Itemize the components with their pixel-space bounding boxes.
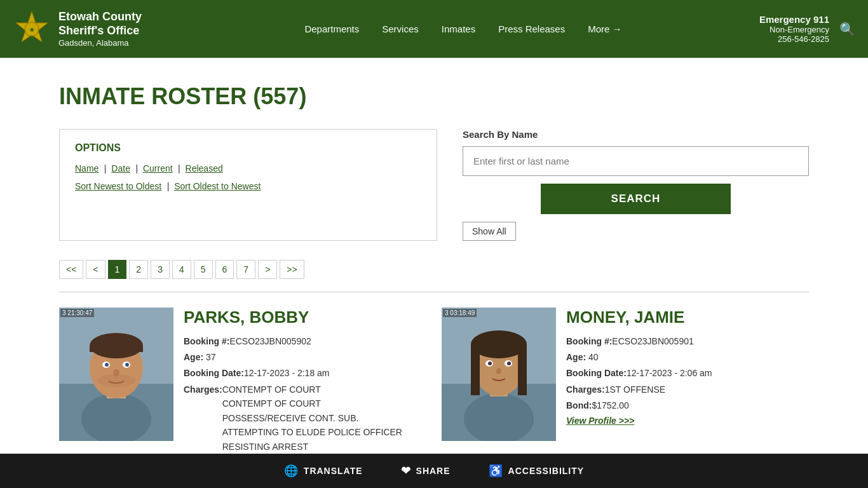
page-first[interactable]: << — [59, 260, 83, 279]
page-5[interactable]: 5 — [194, 260, 213, 279]
charges-list: CONTEMPT OF COURT CONTEMPT OF COURT POSS… — [222, 383, 402, 454]
pagination: << < 1 2 3 4 5 6 7 > >> — [59, 260, 809, 279]
emergency-info: Emergency 911 Non-Emergency 256-546-2825 — [759, 14, 829, 44]
svg-point-29 — [507, 362, 511, 365]
options-title: OPTIONS — [75, 142, 421, 154]
inmate-charges: Charges: 1ST OFFENSE — [566, 383, 809, 396]
nav-press-releases[interactable]: Press Releases — [487, 4, 576, 53]
header-logo: ★ Etowah County Sheriff's Office Gadsden… — [13, 10, 142, 48]
mugshot-svg-male — [59, 308, 173, 441]
footer-share[interactable]: ❤ SHARE — [401, 464, 451, 478]
emergency-label: Emergency 911 — [759, 14, 829, 25]
accessibility-icon: ♿ — [489, 464, 503, 478]
footer-translate[interactable]: 🌐 TRANSLATE — [284, 464, 363, 478]
inmate-photo: 3 21:30:47 — [59, 308, 173, 441]
charges-list: 1ST OFFENSE — [605, 383, 665, 396]
site-header: ★ Etowah County Sheriff's Office Gadsden… — [0, 0, 868, 58]
nav-departments[interactable]: Departments — [293, 4, 370, 53]
inmate-charges: Charges: CONTEMPT OF COURT CONTEMPT OF C… — [184, 383, 426, 454]
org-line2: Sheriff's Office — [58, 24, 142, 38]
search-input[interactable] — [463, 146, 809, 176]
inmate-booking-date: Booking Date:12-17-2023 - 2:18 am — [184, 367, 426, 380]
sort-oldest[interactable]: Sort Oldest to Newest — [174, 181, 261, 191]
inmate-info: MONEY, JAMIE Booking #:ECSO23JBN005901 A… — [566, 308, 809, 426]
inmate-booking-num: Booking #:ECSO23JBN005902 — [184, 335, 426, 348]
photo-timestamp: 3 03:18:49 — [443, 309, 477, 317]
photo-timestamp: 3 21:30:47 — [60, 309, 94, 317]
options-box: OPTIONS Name | Date | Current | Released… — [59, 129, 437, 241]
inmate-card: 3 21:30:47 — [59, 308, 426, 456]
globe-icon: 🌐 — [284, 464, 299, 478]
inmate-name: PARKS, BOBBY — [184, 308, 426, 327]
svg-text:★: ★ — [29, 27, 35, 33]
page-7[interactable]: 7 — [236, 260, 255, 279]
inmate-age: Age: 37 — [184, 351, 426, 364]
options-links: Name | Date | Current | Released — [75, 163, 421, 174]
option-link-released[interactable]: Released — [186, 163, 223, 173]
sheriff-badge-icon: ★ — [13, 10, 51, 48]
main-content: INMATE ROSTER (557) OPTIONS Name | Date … — [21, 58, 847, 482]
share-icon: ❤ — [401, 464, 411, 478]
main-nav: Departments Services Inmates Press Relea… — [167, 4, 759, 53]
org-name: Etowah County Sheriff's Office Gadsden, … — [58, 10, 142, 47]
search-label: Search By Name — [463, 129, 809, 140]
option-link-date[interactable]: Date — [111, 163, 130, 173]
footer-accessibility[interactable]: ♿ ACCESSIBILITY — [489, 464, 585, 478]
svg-point-28 — [488, 362, 492, 365]
page-1[interactable]: 1 — [108, 260, 127, 279]
inmate-info: PARKS, BOBBY Booking #:ECSO23JBN005902 A… — [184, 308, 426, 456]
option-link-current[interactable]: Current — [143, 163, 173, 173]
header-right: Emergency 911 Non-Emergency 256-546-2825… — [759, 14, 855, 44]
nav-inmates[interactable]: Inmates — [430, 4, 487, 53]
nav-more[interactable]: More → — [576, 4, 633, 53]
org-location: Gadsden, Alabama — [58, 38, 142, 48]
options-search-row: OPTIONS Name | Date | Current | Released… — [59, 129, 809, 241]
sort-newest[interactable]: Sort Newest to Oldest — [75, 181, 161, 191]
page-3[interactable]: 3 — [151, 260, 170, 279]
svg-point-30 — [496, 368, 501, 374]
view-profile-link[interactable]: View Profile >>> — [566, 416, 634, 426]
mugshot-svg-female — [442, 308, 556, 441]
nav-services[interactable]: Services — [370, 4, 430, 53]
footer-bar: 🌐 TRANSLATE ❤ SHARE ♿ ACCESSIBILITY — [0, 454, 868, 482]
svg-rect-10 — [90, 346, 143, 352]
non-emergency-label: Non-Emergency — [759, 25, 829, 34]
option-link-name[interactable]: Name — [75, 163, 98, 173]
show-all-button[interactable]: Show All — [463, 222, 516, 241]
page-last[interactable]: >> — [280, 260, 304, 279]
page-4[interactable]: 4 — [172, 260, 191, 279]
header-search-button[interactable]: 🔍 — [839, 22, 855, 37]
svg-point-16 — [97, 374, 135, 387]
page-2[interactable]: 2 — [129, 260, 148, 279]
inmate-card: 3 03:18:49 — [442, 308, 809, 456]
page-prev[interactable]: < — [86, 260, 105, 279]
inmate-booking-num: Booking #:ECSO23JBN005901 — [566, 335, 809, 348]
emergency-phone: 256-546-2825 — [759, 34, 829, 44]
svg-point-13 — [105, 363, 109, 367]
inmate-photo: 3 03:18:49 — [442, 308, 556, 441]
org-line1: Etowah County — [58, 10, 142, 24]
search-box: Search By Name SEARCH Show All — [463, 129, 809, 241]
options-sort: Sort Newest to Oldest | Sort Oldest to N… — [75, 180, 421, 192]
inmate-grid: 3 21:30:47 — [59, 308, 809, 456]
page-6[interactable]: 6 — [215, 260, 234, 279]
page-title: INMATE ROSTER (557) — [59, 83, 809, 110]
inmate-bond: Bond:$1752.00 — [566, 399, 809, 412]
content-divider — [59, 292, 809, 292]
svg-point-14 — [125, 363, 129, 367]
inmate-name: MONEY, JAMIE — [566, 308, 809, 327]
search-button[interactable]: SEARCH — [541, 184, 731, 214]
page-next[interactable]: > — [258, 260, 277, 279]
inmate-booking-date: Booking Date:12-17-2023 - 2:06 am — [566, 367, 809, 380]
inmate-age: Age: 40 — [566, 351, 809, 364]
svg-rect-25 — [471, 344, 527, 352]
